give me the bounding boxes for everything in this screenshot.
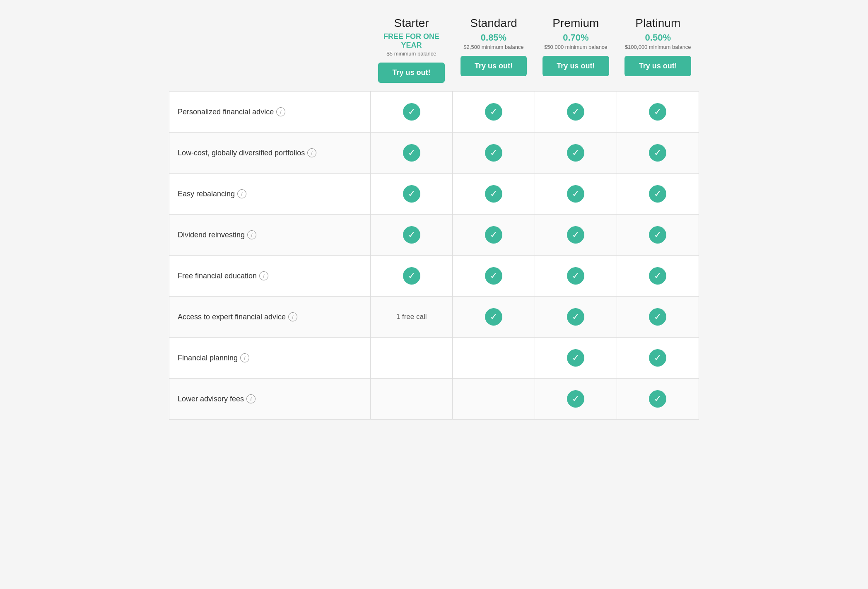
check-circle: ✓ [485,226,502,244]
info-icon[interactable]: i [237,189,246,198]
check-cell-premium: ✓ [535,174,617,215]
check-cell-standard: ✓ [453,215,535,256]
feature-label-cell: Financial planningi [169,338,371,379]
check-circle: ✓ [403,226,420,244]
table-row: Access to expert financial advicei1 free… [169,297,699,338]
check-cell-standard: ✓ [453,92,535,133]
check-cell-standard: ✓ [453,256,535,297]
check-circle: ✓ [649,349,666,367]
check-cell-platinum: ✓ [617,174,699,215]
plan-min-starter: $5 minimum balance [374,51,448,57]
check-circle: ✓ [649,390,666,408]
plan-min-standard: $2,500 minimum balance [457,44,530,50]
check-cell-platinum: ✓ [617,133,699,174]
try-button-starter[interactable]: Try us out! [378,63,445,83]
feature-label-cell: Free financial educationi [169,256,371,297]
info-icon[interactable]: i [240,353,249,362]
check-cell-platinum: ✓ [617,338,699,379]
table-row: Lower advisory feesi✓✓ [169,379,699,420]
info-icon[interactable]: i [276,107,285,116]
table-row: Free financial educationi✓✓✓✓ [169,256,699,297]
check-cell-starter: ✓ [371,215,453,256]
check-cell-platinum: ✓ [617,297,699,338]
check-circle: ✓ [403,185,420,203]
free-call-text: 1 free call [396,313,427,321]
info-icon[interactable]: i [246,394,256,403]
feature-label: Lower advisory fees [178,395,244,403]
table-row: Dividend reinvestingi✓✓✓✓ [169,215,699,256]
plan-rate-premium: 0.70% [539,32,612,43]
check-circle: ✓ [485,185,502,203]
feature-label: Financial planning [178,354,238,362]
plan-col-premium: Premium0.70%$50,000 minimum balanceTry u… [535,17,617,83]
check-cell-starter: 1 free call [371,297,453,338]
plan-name-standard: Standard [457,17,530,30]
top-header: StarterFREE FOR ONE YEAR$5 minimum balan… [169,17,699,91]
table-row: Easy rebalancingi✓✓✓✓ [169,174,699,215]
info-icon[interactable]: i [247,230,256,239]
check-circle: ✓ [485,308,502,326]
feature-label-cell: Lower advisory feesi [169,379,371,420]
check-cell-standard [453,338,535,379]
check-cell-premium: ✓ [535,215,617,256]
feature-label: Low-cost, globally diversified portfolio… [178,149,305,157]
table-row: Low-cost, globally diversified portfolio… [169,133,699,174]
check-circle: ✓ [567,267,584,285]
check-circle: ✓ [567,349,584,367]
check-circle: ✓ [403,267,420,285]
brand-cell [169,17,370,83]
try-button-platinum[interactable]: Try us out! [624,56,691,76]
table-row: Financial planningi✓✓ [169,338,699,379]
check-cell-platinum: ✓ [617,256,699,297]
check-circle: ✓ [567,226,584,244]
try-button-standard[interactable]: Try us out! [461,56,527,76]
check-cell-standard: ✓ [453,297,535,338]
check-cell-standard [453,379,535,420]
info-icon[interactable]: i [307,148,316,157]
plan-min-premium: $50,000 minimum balance [539,44,612,50]
plan-rate-platinum: 0.50% [621,32,695,43]
check-cell-starter: ✓ [371,92,453,133]
table-row: Personalized financial advicei✓✓✓✓ [169,92,699,133]
check-cell-premium: ✓ [535,256,617,297]
check-circle: ✓ [403,103,420,121]
plan-name-platinum: Platinum [621,17,695,30]
page-wrapper: StarterFREE FOR ONE YEAR$5 minimum balan… [161,0,707,436]
check-cell-premium: ✓ [535,133,617,174]
check-cell-starter [371,338,453,379]
check-circle: ✓ [567,390,584,408]
check-cell-starter: ✓ [371,256,453,297]
feature-label-cell: Access to expert financial advicei [169,297,371,338]
feature-label: Easy rebalancing [178,190,235,198]
check-cell-starter: ✓ [371,133,453,174]
check-circle: ✓ [567,103,584,121]
plan-col-standard: Standard0.85%$2,500 minimum balanceTry u… [453,17,535,83]
check-circle: ✓ [567,185,584,203]
check-cell-standard: ✓ [453,174,535,215]
check-circle: ✓ [649,185,666,203]
check-cell-premium: ✓ [535,338,617,379]
info-icon[interactable]: i [259,271,268,280]
check-cell-starter [371,379,453,420]
feature-label-cell: Personalized financial advicei [169,92,371,133]
info-icon[interactable]: i [288,312,297,321]
check-cell-premium: ✓ [535,92,617,133]
feature-label-cell: Easy rebalancingi [169,174,371,215]
check-circle: ✓ [649,103,666,121]
check-circle: ✓ [485,267,502,285]
plan-min-platinum: $100,000 minimum balance [621,44,695,50]
feature-label-cell: Dividend reinvestingi [169,215,371,256]
check-cell-platinum: ✓ [617,215,699,256]
feature-label: Access to expert financial advice [178,313,286,321]
check-circle: ✓ [567,144,584,162]
plan-rate-starter: FREE FOR ONE YEAR [374,32,448,50]
check-circle: ✓ [649,267,666,285]
check-cell-standard: ✓ [453,133,535,174]
feature-label: Personalized financial advice [178,108,274,116]
check-cell-premium: ✓ [535,379,617,420]
feature-label: Dividend reinvesting [178,231,245,239]
check-circle: ✓ [485,144,502,162]
check-circle: ✓ [403,144,420,162]
try-button-premium[interactable]: Try us out! [542,56,609,76]
check-circle: ✓ [649,226,666,244]
